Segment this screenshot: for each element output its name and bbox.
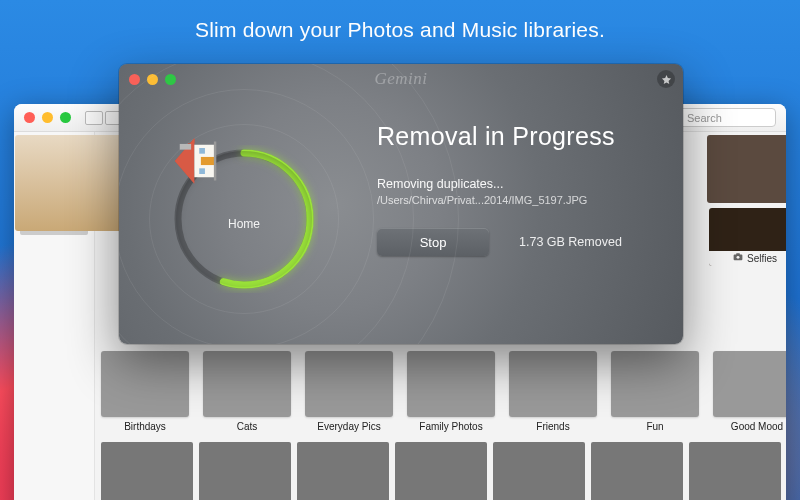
album-item[interactable]: Fun [611,351,699,432]
album-label: Fun [646,421,663,432]
svg-rect-9 [180,144,191,150]
album-label: Selfies [747,253,777,264]
home-icon [170,135,222,187]
minimize-icon[interactable] [42,112,53,123]
album-label: Good Mood [731,421,783,432]
removed-amount: 1.73 GB Removed [519,235,622,249]
album-label: Family Photos [419,421,482,432]
album-item[interactable]: Good Mood [713,351,786,432]
close-icon[interactable] [129,74,140,85]
album-item[interactable]: Birthdays [101,351,189,432]
photo-thumbnail[interactable] [101,442,193,500]
photo-thumbnail[interactable] [707,135,786,203]
gemini-traffic-lights[interactable] [129,74,176,85]
album-label: Everyday Pics [317,421,380,432]
stop-button[interactable]: Stop [377,228,489,256]
album-label: Birthdays [124,421,166,432]
favorite-button[interactable] [657,70,675,88]
album-item[interactable]: Family Photos [407,351,495,432]
camera-icon [733,253,743,261]
svg-rect-14 [214,142,216,181]
photo-thumbnail[interactable] [199,442,291,500]
album-label: Cats [237,421,258,432]
photos-traffic-lights[interactable] [24,112,71,123]
album-label: Friends [536,421,569,432]
marketing-headline: Slim down your Photos and Music librarie… [0,18,800,42]
svg-rect-12 [199,168,205,174]
photo-thumbnail[interactable] [689,442,781,500]
svg-rect-3 [736,253,740,255]
gemini-titlebar: Gemini [119,64,683,94]
album-item[interactable]: Everyday Pics [305,351,393,432]
album-selfies[interactable]: Selfies [709,208,786,266]
photo-thumbnail[interactable] [395,442,487,500]
maximize-icon[interactable] [60,112,71,123]
albums-row: Birthdays Cats Everyday Pics Family Phot… [101,351,786,432]
svg-point-4 [737,256,740,259]
close-icon[interactable] [24,112,35,123]
maximize-icon[interactable] [165,74,176,85]
progress-ring: Home [170,145,318,293]
minimize-icon[interactable] [147,74,158,85]
album-item[interactable]: Cats [203,351,291,432]
gemini-app-window: Gemini [119,64,683,344]
star-icon [661,74,672,85]
svg-rect-13 [199,148,205,154]
album-item[interactable]: Friends [509,351,597,432]
photo-thumbnail[interactable] [493,442,585,500]
photos-view-toggle[interactable] [85,111,123,125]
progress-section: Home [119,94,369,344]
app-title: Gemini [119,69,683,89]
status-section: Removal in Progress Removing duplicates.… [369,94,683,344]
status-heading: Removal in Progress [377,122,659,151]
photo-thumbs-row [101,442,786,500]
search-placeholder: Search [687,112,722,124]
photo-thumbnail[interactable] [297,442,389,500]
current-file-path: /Users/Chirva/Privat...2014/IMG_5197.JPG [377,194,659,206]
svg-rect-11 [201,157,216,165]
photo-thumbnail[interactable] [591,442,683,500]
status-text: Removing duplicates... [377,177,659,191]
